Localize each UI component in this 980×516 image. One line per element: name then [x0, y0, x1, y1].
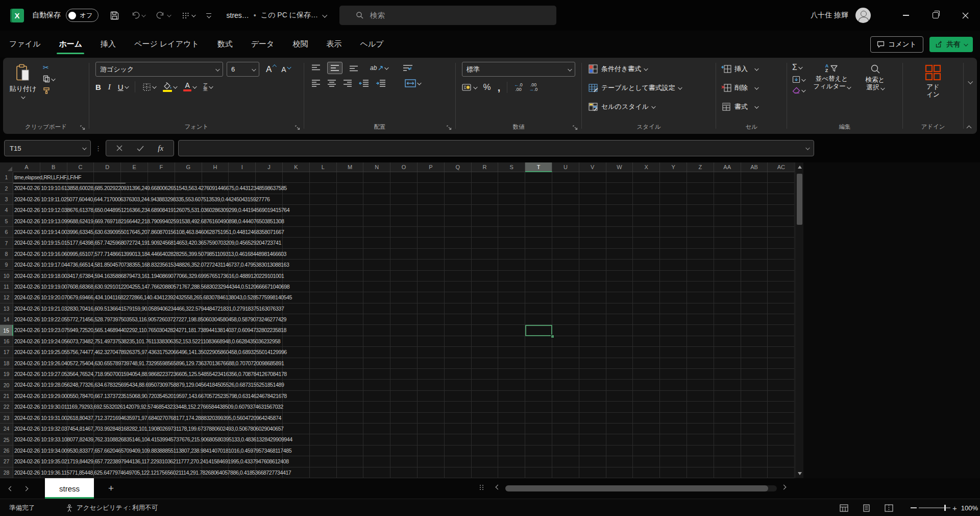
tab-data[interactable]: データ [250, 36, 276, 52]
column-header-J[interactable]: J [256, 162, 283, 172]
column-header-L[interactable]: L [310, 162, 337, 172]
row-header-4[interactable]: 4 [0, 205, 13, 216]
search-input[interactable]: 検索 [339, 6, 556, 25]
align-right-icon[interactable] [343, 80, 352, 87]
row-header-11[interactable]: 11 [0, 282, 13, 292]
underline-button[interactable]: U [118, 83, 128, 91]
row-header-3[interactable]: 3 [0, 194, 13, 205]
ribbon-options-chevron-icon[interactable] [968, 79, 973, 84]
font-color-button[interactable]: A [183, 82, 196, 91]
namebox-grip[interactable]: ⋮ [95, 145, 102, 152]
find-select-button[interactable]: 検索と選択 [859, 62, 892, 122]
clipboard-dialog-launcher[interactable] [80, 125, 85, 130]
hscroll-left-icon[interactable] [496, 485, 501, 490]
decrease-decimal-button[interactable]: ←←.0.0.00 [514, 83, 523, 92]
row-header-25[interactable]: 25 [0, 434, 13, 445]
paste-button[interactable]: 貼り付け [3, 62, 43, 122]
column-header-AC[interactable]: AC [768, 162, 795, 172]
column-header-M[interactable]: M [337, 162, 364, 172]
tab-formulas[interactable]: 数式 [216, 36, 234, 52]
column-header-D[interactable]: D [94, 162, 121, 172]
column-header-AB[interactable]: AB [741, 162, 768, 172]
align-left-icon[interactable] [311, 80, 321, 87]
save-button[interactable] [110, 11, 119, 20]
sheet-nav-next-icon[interactable] [23, 486, 29, 491]
cut-button[interactable]: ✂ [43, 64, 55, 71]
insert-cells-button[interactable]: 挿入 [721, 61, 783, 77]
excel-app-icon[interactable]: X [10, 9, 24, 22]
undo-dropdown-icon[interactable] [142, 13, 146, 17]
row-header-26[interactable]: 26 [0, 445, 13, 456]
align-top-icon[interactable] [311, 64, 321, 72]
row-header-23[interactable]: 23 [0, 413, 13, 424]
comments-button[interactable]: コメント [870, 36, 923, 53]
vertical-scrollbar-thumb[interactable] [797, 174, 802, 225]
sort-filter-button[interactable]: AZ 並べ替えとフィルター [810, 62, 854, 122]
bold-button[interactable]: B [95, 83, 101, 91]
merge-center-button[interactable] [405, 79, 421, 87]
name-box[interactable]: T15 [4, 140, 91, 156]
decrease-indent-icon[interactable] [359, 80, 369, 87]
row-header-9[interactable]: 9 [0, 260, 13, 270]
page-layout-view-icon[interactable] [863, 504, 870, 512]
column-header-P[interactable]: P [418, 162, 445, 172]
quick-access-overflow-button[interactable] [206, 13, 211, 18]
column-header-T[interactable]: T [525, 162, 552, 172]
redo-dropdown-icon[interactable] [167, 13, 171, 17]
format-cells-button[interactable]: 書式 [721, 99, 783, 114]
close-button[interactable] [950, 0, 980, 31]
row-header-15[interactable]: 15 [0, 325, 13, 336]
wrap-text-button[interactable] [403, 64, 413, 72]
sheet-tab-stress[interactable]: stress [45, 478, 94, 499]
formula-bar-expand-icon[interactable] [805, 146, 810, 150]
row-header-28[interactable]: 28 [0, 467, 13, 478]
tab-help[interactable]: ヘルプ [359, 36, 384, 52]
column-header-G[interactable]: G [175, 162, 202, 172]
zoom-out-button[interactable] [911, 507, 917, 508]
fill-button[interactable] [792, 76, 805, 83]
align-center-icon[interactable] [327, 80, 336, 87]
fill-color-button[interactable] [163, 82, 177, 92]
row-header-13[interactable]: 13 [0, 303, 13, 314]
column-header-Q[interactable]: Q [445, 162, 472, 172]
title-dropdown-icon[interactable] [322, 12, 327, 17]
number-dialog-launcher[interactable] [573, 125, 578, 130]
add-sheet-button[interactable]: + [108, 483, 114, 494]
orientation-button[interactable]: ab [370, 64, 388, 72]
share-button[interactable]: 共有 [929, 37, 973, 52]
vscroll-down-icon[interactable] [796, 469, 803, 478]
vertical-scrollbar[interactable] [795, 162, 803, 478]
tab-page-layout[interactable]: ページ レイアウト [133, 36, 200, 52]
row-header-24[interactable]: 24 [0, 424, 13, 434]
align-bottom-icon[interactable] [349, 64, 358, 72]
alignment-dialog-launcher[interactable] [447, 125, 452, 130]
format-as-table-button[interactable]: テーブルとして書式設定 [588, 80, 713, 96]
column-header-S[interactable]: S [498, 162, 525, 172]
zoom-level[interactable]: 100% [959, 504, 978, 512]
row-header-21[interactable]: 21 [0, 391, 13, 402]
number-format-combo[interactable]: 標準 [462, 62, 575, 77]
tab-file[interactable]: ファイル [8, 36, 41, 52]
column-header-Z[interactable]: Z [687, 162, 714, 172]
row-header-6[interactable]: 6 [0, 227, 13, 238]
formula-input[interactable] [178, 140, 814, 156]
normal-view-icon[interactable] [840, 504, 848, 512]
enter-check-icon[interactable] [137, 146, 144, 151]
percent-style-button[interactable]: % [483, 82, 491, 92]
collapse-ribbon-icon[interactable] [967, 126, 972, 131]
align-middle-icon[interactable] [327, 62, 342, 74]
row-header-14[interactable]: 14 [0, 314, 13, 325]
shrink-font-button[interactable]: A [281, 65, 286, 74]
hscroll-right-icon[interactable] [781, 485, 787, 490]
row-header-8[interactable]: 8 [0, 249, 13, 260]
horizontal-scrollbar-thumb[interactable] [505, 485, 768, 491]
row-header-27[interactable]: 27 [0, 456, 13, 467]
insert-function-button[interactable]: fx [158, 144, 163, 153]
column-header-F[interactable]: F [148, 162, 175, 172]
redo-button[interactable] [156, 11, 170, 20]
column-header-I[interactable]: I [229, 162, 256, 172]
tab-scrollbar-splitter[interactable] [480, 485, 484, 490]
fill-handle[interactable] [551, 335, 554, 338]
row-header-10[interactable]: 10 [0, 271, 13, 282]
font-name-combo[interactable]: 游ゴシック [95, 62, 223, 77]
